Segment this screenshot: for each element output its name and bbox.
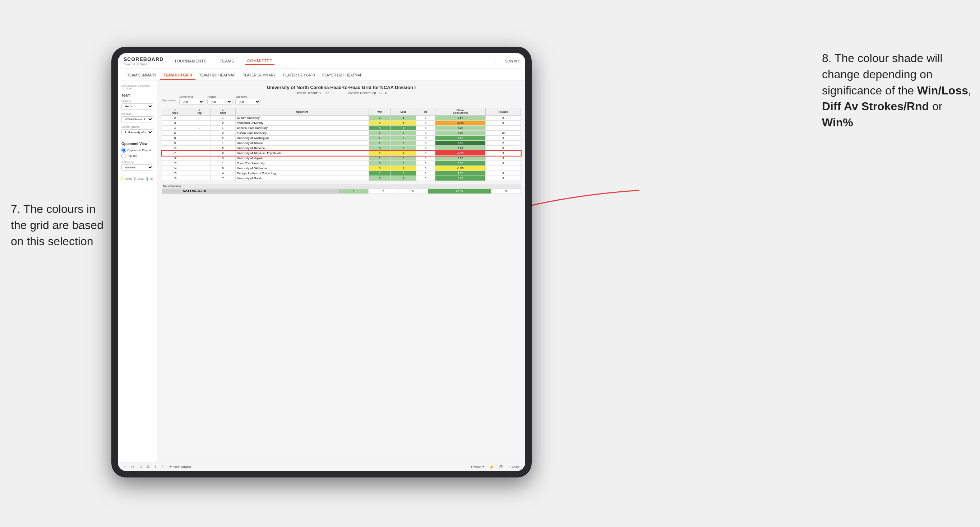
table-row: 9: [486, 116, 521, 121]
table-row: -1.00: [435, 166, 485, 171]
subnav-player-summary[interactable]: PLAYER SUMMARY: [239, 71, 279, 80]
table-row: 4: [210, 171, 235, 176]
table-row: 1: [210, 116, 235, 121]
table-row: [188, 166, 210, 171]
table-row: [188, 151, 210, 156]
radio-top100[interactable]: Top 100: [121, 154, 153, 158]
table-row: Florida State University: [235, 131, 369, 136]
table-row: 12: [162, 156, 188, 161]
table-row: 6: [210, 151, 235, 156]
table-row: 3: [486, 151, 521, 156]
nav-tournaments[interactable]: TOURNAMENTS: [172, 57, 209, 65]
redo-btn[interactable]: ↪: [130, 464, 135, 470]
ood-label: NCAA Division II: [181, 189, 339, 194]
subnav-team-h2h-heatmap[interactable]: TEAM H2H HEATMAP: [196, 71, 239, 80]
col-win: Win: [369, 108, 391, 116]
radio-opponents-played[interactable]: Opponents Played: [121, 148, 153, 152]
grid-subtitle: Overall Record: 89 - 17 - 0 Division Rec…: [162, 91, 521, 95]
gender-select[interactable]: Men's: [121, 103, 153, 110]
table-row: 0: [369, 151, 391, 156]
legend-level-label: Level: [138, 177, 145, 181]
table-row: 8: [486, 146, 521, 151]
content-area: Last Updated: 27/03/2024 16:55:38 Team G…: [118, 80, 525, 462]
table-row: 1.67: [435, 116, 485, 121]
paste-btn[interactable]: ⌇: [153, 464, 158, 470]
table-row: 0: [369, 121, 391, 125]
annotation-right-text: 8. The colour shade will change dependin…: [822, 52, 971, 129]
table-row: 0: [390, 171, 416, 176]
table-row: 2: [210, 136, 235, 141]
table-row: 9: [486, 161, 521, 166]
ood-rounds: 3: [491, 189, 520, 194]
col-opponent: Opponent: [235, 108, 369, 116]
table-row: 0: [416, 166, 435, 171]
ood-tie: 0: [398, 189, 428, 194]
table-row: [188, 161, 210, 166]
h2h-table: #Rank #Reg #Conf Opponent Win Loss Tie D…: [162, 108, 521, 181]
tablet-screen: SCOREBOARD Powered by clippd TOURNAMENTS…: [118, 53, 525, 471]
sign-out-link[interactable]: Sign out: [505, 59, 519, 63]
table-row: 0: [416, 151, 435, 156]
subnav-player-h2h-heatmap[interactable]: PLAYER H2H HEATMAP: [319, 71, 366, 80]
subnav-team-summary[interactable]: TEAM SUMMARY: [124, 71, 160, 80]
table-row: -4.33: [435, 151, 485, 156]
undo-btn[interactable]: ↩: [122, 464, 127, 470]
table-row: 0: [390, 146, 416, 151]
copy-btn[interactable]: ⧉: [146, 464, 151, 470]
region-select[interactable]: (All): [207, 99, 232, 105]
watch-btn[interactable]: ● Watch ▾: [469, 465, 485, 469]
table-row: 0: [390, 161, 416, 166]
colour-by-select[interactable]: Win/loss: [121, 164, 153, 170]
table-row: 0: [416, 141, 435, 146]
table-row: 7: [210, 176, 235, 181]
table-row: University of Alabama: [235, 146, 369, 151]
clock-btn[interactable]: ⏱: [160, 464, 166, 470]
table-row: 9: [486, 176, 521, 181]
table-row: 5: [369, 171, 391, 176]
legend-up-dot: [146, 176, 148, 181]
table-row: -2.29: [435, 121, 485, 125]
opponent-view-title: Opponent View: [121, 142, 153, 146]
share-btn[interactable]: ↗ Share: [507, 465, 521, 469]
legend-down-label: Down: [125, 177, 132, 181]
legend-level-dot: [134, 176, 135, 181]
subnav-team-h2h-grid[interactable]: TEAM H2H GRID: [160, 71, 196, 80]
table-row: 4: [369, 131, 391, 136]
main-grid: University of North Carolina Head-to-Hea…: [158, 80, 525, 462]
view-original[interactable]: 👁 View: Original: [169, 465, 191, 468]
legend: Down Level Up: [121, 176, 153, 181]
thumbs-btn[interactable]: 👍: [488, 465, 495, 469]
table-row: [188, 121, 210, 125]
division-select[interactable]: NCAA Division I: [121, 116, 153, 122]
table-row: 0: [416, 121, 435, 125]
table-row: 0: [416, 131, 435, 136]
col-conf: #Conf: [210, 108, 235, 116]
table-row: 1: [369, 141, 391, 146]
forward-btn[interactable]: ⇥: [138, 464, 143, 470]
conference-select[interactable]: (All): [179, 99, 204, 105]
table-row: [486, 166, 521, 171]
table-row: 0: [416, 156, 435, 161]
table-row: 3: [486, 156, 521, 161]
table-row: 2.33: [435, 156, 485, 161]
table-row: 9: [486, 171, 521, 176]
annotation-left-text: 7. The colours in the grid are based on …: [11, 202, 103, 248]
opponent-select[interactable]: (All): [235, 99, 261, 105]
col-diff: Diff AvStrokes/Rnd: [435, 108, 485, 116]
school-select[interactable]: 1. University of Nort...: [121, 129, 153, 135]
nav-teams[interactable]: TEAMS: [217, 57, 236, 65]
table-row: 5: [369, 125, 391, 131]
table-row: Texas Tech University: [235, 161, 369, 166]
filter-row: Opponents: Conference (All) Region (All): [162, 95, 521, 105]
table-row: Auburn University: [235, 116, 369, 121]
region-filter: Region (All): [207, 95, 232, 105]
table-row: 1: [210, 141, 235, 146]
nav-committee[interactable]: COMMITTEE: [245, 57, 275, 65]
division-record: Division Record: 88 - 17 - 0: [348, 91, 387, 95]
comment-btn[interactable]: 💬: [498, 465, 504, 469]
table-row: University of Arizona: [235, 141, 369, 146]
table-row: 3: [162, 121, 188, 125]
app-header: SCOREBOARD Powered by clippd TOURNAMENTS…: [118, 53, 525, 69]
subnav-player-h2h-grid[interactable]: PLAYER H2H GRID: [280, 71, 319, 80]
table-row: 0: [416, 136, 435, 141]
